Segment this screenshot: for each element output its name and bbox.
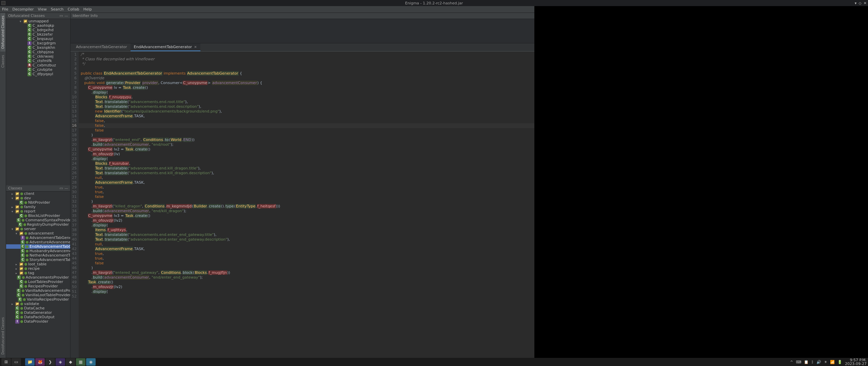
tree-item[interactable]: CC_brqsauyi <box>6 37 70 41</box>
tree-item[interactable]: CC_bxsnpkhn <box>6 45 70 50</box>
tree-item[interactable]: ▸📁family <box>6 205 70 209</box>
tree-item[interactable]: CLootTablesProvider <box>6 280 70 284</box>
close-icon[interactable]: ✕ <box>864 1 867 5</box>
mapped-indicator-icon <box>22 219 24 222</box>
mapped-indicator-icon <box>20 210 23 213</box>
panel-options-icon[interactable]: ▭ <box>60 14 63 18</box>
mapped-indicator-icon <box>24 201 27 204</box>
classes-tree[interactable]: ▸📁client▾📁devCNbtProvider▸📁family▾📁repor… <box>6 191 70 358</box>
tree-item[interactable]: ▸📁tag <box>6 271 70 275</box>
I-icon: I <box>15 320 19 324</box>
C-icon: C <box>18 223 22 227</box>
tree-item[interactable]: CVanillaAdvancementsProvide <box>6 288 70 293</box>
maximize-icon[interactable]: ◇ <box>859 1 861 5</box>
editor-tab[interactable]: EndAdvancementTabGenerator✕ <box>131 43 200 51</box>
panel-options-icon[interactable]: ▭ <box>60 186 63 190</box>
menu-decompiler[interactable]: Decompiler <box>12 7 34 12</box>
R-icon: R <box>27 63 32 67</box>
tree-item[interactable]: ▸📁recipe <box>6 266 70 271</box>
C-icon: C <box>27 37 32 41</box>
tree-item[interactable]: CC_ckkrwxej <box>6 54 70 59</box>
tree-item[interactable]: ▾📁advancement <box>6 231 70 236</box>
mapped-indicator-icon <box>23 223 26 226</box>
tree-item[interactable]: CVanillaRecipesProvider <box>6 297 70 302</box>
menu-collab[interactable]: Collab <box>67 7 79 12</box>
menu-file[interactable]: File <box>2 7 8 12</box>
tree-item[interactable]: IAdvancementTabGenerat <box>6 236 70 240</box>
tree-item[interactable]: CC_cbhpjzoa <box>6 50 70 54</box>
mapped-indicator-icon <box>20 228 23 230</box>
tree-item[interactable]: CBlockListProvider <box>6 214 70 218</box>
tree-item[interactable]: CRecipesProvider <box>6 284 70 288</box>
tree-item[interactable]: ▸📁client <box>6 191 70 196</box>
tree-item[interactable]: CEndAdvancementTabGen <box>6 244 70 249</box>
mapped-indicator-icon <box>20 307 23 310</box>
menu-view[interactable]: View <box>38 7 47 12</box>
tree-item[interactable]: ▾📁server <box>6 227 70 231</box>
pkg-icon: 📁 <box>19 267 23 271</box>
tree-item[interactable]: ▾📁dev <box>6 196 70 200</box>
tree-item[interactable]: CVanillaLootTableProvider <box>6 293 70 297</box>
pkg-icon: 📁 <box>15 192 19 196</box>
tree-item[interactable]: CC_aaohlqkp <box>6 23 70 28</box>
mapped-indicator-icon <box>24 263 27 266</box>
tree-item[interactable]: CNbtProvider <box>6 200 70 205</box>
tree-item[interactable]: ▾📁report <box>6 209 70 214</box>
mapped-indicator-icon <box>26 250 28 252</box>
tree-item[interactable]: CRegistryDumpProvider <box>6 222 70 227</box>
tree-item[interactable]: CDataGenerator <box>6 310 70 315</box>
C-icon: C <box>17 276 21 280</box>
C-icon: C <box>27 50 32 54</box>
classes-header: Classes ▭— <box>6 185 70 191</box>
tree-item[interactable]: CC_czvbjzte <box>6 67 70 72</box>
panel-hide-icon[interactable]: — <box>64 14 68 18</box>
mapped-indicator-icon <box>20 197 23 200</box>
menu-search[interactable]: Search <box>51 7 64 12</box>
tree-item[interactable]: CDataCache <box>6 306 70 310</box>
editor-tab[interactable]: AdvancementTabGenerator <box>73 43 131 51</box>
pkg-icon: 📁 <box>15 302 19 306</box>
tree-item[interactable]: CC_ctsfmlfk <box>6 59 70 63</box>
tab-close-icon[interactable]: ✕ <box>194 45 197 49</box>
pkg-icon: 📁 <box>15 196 19 200</box>
tree-item[interactable]: ▸📁loot_table <box>6 262 70 266</box>
tree-item[interactable]: CNetherAdvancementTabG <box>6 253 70 258</box>
rail-tab-obfuscated-classes[interactable]: Obfuscated Classes <box>0 13 5 52</box>
tree-item[interactable]: IDataProvider <box>6 319 70 324</box>
pkg-icon: 📁 <box>19 262 23 266</box>
tree-item[interactable]: CStoryAdvancementTabGe <box>6 258 70 262</box>
tree-item[interactable]: ▾📁unmapped <box>6 19 70 23</box>
pkg-icon: 📁 <box>15 227 19 231</box>
tree-item[interactable]: CHusbandryAdvancement <box>6 249 70 253</box>
menu-help[interactable]: Help <box>83 7 92 12</box>
rail-tab-classes[interactable]: Classes <box>0 52 5 70</box>
panel-hide-icon[interactable]: — <box>64 186 68 190</box>
mapped-indicator-icon <box>20 192 23 195</box>
rail-tab-deobfuscated[interactable]: Deobfuscated Classes <box>0 314 5 357</box>
C-icon: C <box>19 284 23 288</box>
tree-item[interactable]: ▸📁validate <box>6 302 70 306</box>
C-icon: C <box>19 280 23 284</box>
left-tool-rail: Obfuscated ClassesClassesDeobfuscated Cl… <box>0 13 6 358</box>
mapped-indicator-icon <box>26 254 28 257</box>
tree-item[interactable]: CC_bkzzefxr <box>6 32 70 37</box>
tree-item[interactable]: CC_bdrgxihd <box>6 28 70 32</box>
tree-item[interactable]: CC_dfpyqayl <box>6 72 70 76</box>
mapped-indicator-icon <box>26 237 28 239</box>
mapped-indicator-icon <box>24 285 27 288</box>
mapped-indicator-icon <box>26 259 28 261</box>
tree-item[interactable]: CDataPackOutput <box>6 315 70 319</box>
minimize-icon[interactable]: ▾ <box>855 1 857 5</box>
pkg-icon: 📁 <box>15 205 19 209</box>
tree-item[interactable]: CCommandSyntaxProvider <box>6 218 70 222</box>
tree-item[interactable]: CAdventureAdvancement <box>6 240 70 244</box>
tree-item[interactable]: RC_cxbmzbuz <box>6 63 70 67</box>
tree-item[interactable]: CAdvancementsProvider <box>6 275 70 280</box>
mapped-indicator-icon <box>24 272 27 274</box>
C-icon: C <box>19 214 23 218</box>
obfuscated-tree[interactable]: ▾📁unmappedCC_aaohlqkpCC_bdrgxihdCC_bkzze… <box>6 19 70 185</box>
mapped-indicator-icon <box>20 311 23 314</box>
tree-item[interactable]: IC_bxcgdrgm <box>6 41 70 45</box>
pkg-icon: 📁 <box>19 271 23 275</box>
pkg-icon: 📁 <box>15 209 19 214</box>
